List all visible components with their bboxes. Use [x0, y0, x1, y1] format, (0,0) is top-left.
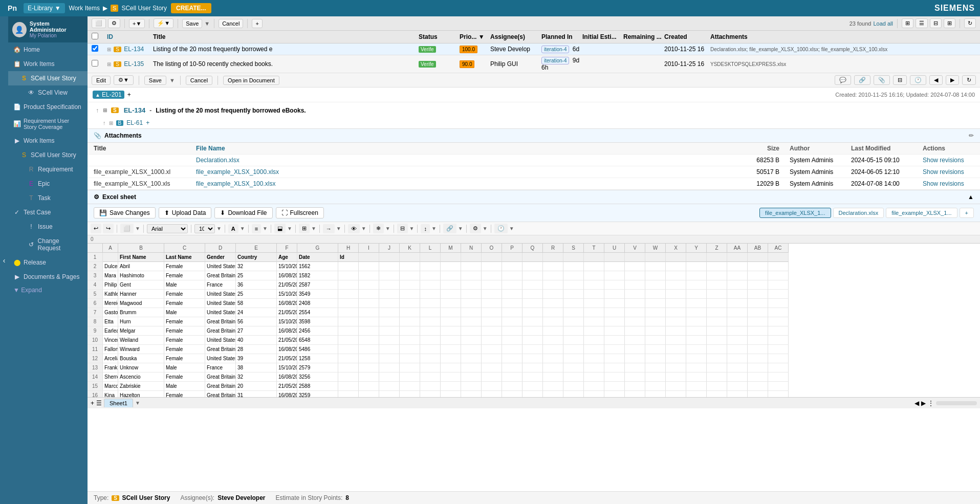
- toolbar-settings-btn[interactable]: ⚙: [108, 18, 120, 28]
- excel-tab-1[interactable]: file_example_XLSX_1...: [759, 208, 831, 218]
- view-btn[interactable]: 👁: [348, 224, 360, 233]
- upload-data-button[interactable]: ⬆ Upload Data: [159, 207, 212, 218]
- attach-file-2[interactable]: file_example_XLSX_1000.xlsx: [196, 168, 749, 176]
- toolbar-add-icon-btn[interactable]: +: [252, 19, 262, 28]
- sidebar-collapse-button[interactable]: ‹: [0, 16, 8, 504]
- sidebar-item-documents[interactable]: ▶ Documents & Pages: [8, 270, 88, 284]
- nav-prev-btn[interactable]: ◀: [929, 75, 943, 85]
- save-changes-button[interactable]: 💾 Save Changes: [94, 207, 156, 218]
- sheet-nav-right[interactable]: ▶: [921, 400, 926, 407]
- filter-btn[interactable]: ⊟: [893, 75, 907, 85]
- table-row[interactable]: ⊞ S EL-135 The listing of 10-50 recently…: [88, 55, 980, 73]
- font-selector[interactable]: Arial: [147, 224, 188, 233]
- spreadsheet[interactable]: ABCDEFGHIJKLMNOPQRSTUVWXYZAAABAC1First N…: [88, 244, 980, 397]
- attachments-section-header[interactable]: 📎 Attachments ✏: [88, 128, 980, 143]
- copy-btn[interactable]: ⬜: [120, 224, 134, 233]
- excel-section-header[interactable]: ⚙ Excel sheet ▲: [88, 190, 980, 204]
- toolbar-view-btn[interactable]: ⊞: [902, 18, 913, 28]
- attach-file-3[interactable]: file_example_XLSX_100.xlsx: [196, 180, 749, 187]
- sidebar-item-work-items-2[interactable]: ▶ Work Items: [8, 134, 88, 148]
- excel-tab-2[interactable]: Declaration.xlsx: [833, 208, 884, 218]
- item-id[interactable]: EL-134: [124, 106, 146, 114]
- border-btn[interactable]: ⊞: [299, 224, 310, 233]
- requirement-coverage-icon: 📊: [13, 120, 20, 127]
- detail-save-btn[interactable]: Save: [144, 76, 166, 85]
- indent-btn[interactable]: ⊟: [397, 224, 408, 233]
- sidebar-expand[interactable]: ▼ Expand: [8, 284, 88, 296]
- sidebar-item-scell-user-story[interactable]: S SCell User Story: [8, 71, 88, 85]
- sheet-tab-1[interactable]: Sheet1: [104, 399, 133, 407]
- table-row[interactable]: ⊞ S EL-134 Listing of the 20 most freque…: [88, 43, 980, 55]
- font-size-selector[interactable]: 10: [194, 224, 215, 233]
- edit-button[interactable]: Edit: [92, 76, 111, 85]
- comment-btn[interactable]: 💬: [835, 75, 851, 85]
- link-btn[interactable]: 🔗: [854, 75, 870, 85]
- toolbar-copy-btn[interactable]: ⬜: [92, 18, 106, 28]
- fullscreen-button[interactable]: ⛶ Fullscreen: [276, 207, 324, 218]
- valign-btn[interactable]: ⬓: [274, 224, 286, 233]
- sidebar-item-change-request[interactable]: ↺ Change Request: [8, 234, 88, 255]
- excel-tab-add[interactable]: +: [960, 208, 974, 218]
- detail-sep-1: [139, 76, 139, 85]
- attach-author-2: System Adminis: [790, 168, 851, 176]
- breadcrumb-item-scell[interactable]: SCell User Story: [121, 5, 167, 12]
- row-checkbox-1[interactable]: [92, 45, 98, 52]
- freeze-btn[interactable]: ❄: [373, 224, 384, 233]
- download-file-button[interactable]: ⬇ Download File: [214, 207, 272, 218]
- toolbar-group-btn[interactable]: ⊞: [944, 18, 955, 28]
- fmt-sep-8: [319, 225, 320, 233]
- sheet-nav-more[interactable]: ⋮: [928, 400, 934, 407]
- arrow-right-btn[interactable]: →: [323, 224, 335, 233]
- nav-next-btn[interactable]: ▶: [946, 75, 959, 85]
- redo-btn[interactable]: ↪: [103, 224, 114, 233]
- load-all-link[interactable]: Load all: [873, 20, 893, 27]
- sidebar-item-requirement[interactable]: R Requirement: [8, 162, 88, 177]
- detail-settings-btn[interactable]: ⚙▼: [114, 75, 134, 85]
- sidebar-item-home[interactable]: 🏠 Home: [8, 42, 88, 57]
- excel-tab-3[interactable]: file_example_XLSX_1...: [886, 208, 957, 218]
- toolbar-save-btn[interactable]: Save: [182, 19, 202, 28]
- link-fmt-btn[interactable]: 🔗: [443, 224, 456, 233]
- sidebar-item-scell-sub[interactable]: S SCell User Story: [8, 148, 88, 162]
- attach-file-1[interactable]: Declaration.xlsx: [196, 157, 749, 164]
- toolbar-refresh-btn[interactable]: ↻: [964, 18, 976, 28]
- detail-refresh-btn[interactable]: ↻: [962, 75, 976, 85]
- sheet-nav-left[interactable]: ◀: [914, 400, 919, 407]
- select-all-checkbox[interactable]: [92, 33, 98, 39]
- sidebar-item-release[interactable]: ⬤ Release: [8, 255, 88, 270]
- row-checkbox-2[interactable]: [92, 60, 98, 67]
- row-id-2[interactable]: ⊞ S EL-135: [107, 60, 153, 68]
- excel-collapse-icon[interactable]: ▲: [968, 193, 974, 201]
- create-button[interactable]: CREATE...: [171, 3, 211, 13]
- sub-id[interactable]: EL-61: [126, 119, 143, 126]
- sidebar-item-issue[interactable]: ! Issue: [8, 220, 88, 234]
- toolbar-cancel-btn[interactable]: Cancel: [219, 19, 243, 28]
- sidebar-item-scell-view[interactable]: 👁 SCell View: [8, 85, 88, 100]
- breadcrumb-item-work-items[interactable]: Work Items: [69, 5, 100, 12]
- sidebar-item-epic[interactable]: E Epic: [8, 177, 88, 191]
- detail-cancel-btn[interactable]: Cancel: [186, 76, 212, 85]
- open-in-document-btn[interactable]: Open in Document: [223, 76, 279, 85]
- clock-btn[interactable]: 🕐: [494, 224, 508, 233]
- sidebar-item-work-items[interactable]: 📋 Work Items: [8, 57, 88, 71]
- toolbar-actions-btn[interactable]: ⚡▼: [154, 18, 173, 28]
- row-id-1[interactable]: ⊞ S EL-134: [107, 46, 153, 53]
- attachments-edit-icon[interactable]: ✏: [969, 132, 974, 139]
- bold-btn[interactable]: A: [228, 224, 238, 233]
- sort-btn[interactable]: ↕: [421, 224, 430, 233]
- toolbar-list-btn[interactable]: ☰: [916, 18, 928, 28]
- add-sheet-btn[interactable]: +: [91, 400, 94, 407]
- sheet-list-btn[interactable]: ☰: [96, 400, 102, 407]
- history-btn[interactable]: 🕐: [910, 75, 926, 85]
- sidebar-item-requirement-coverage[interactable]: 📊 Requirement User Story Coverage: [8, 114, 88, 134]
- app-menu[interactable]: E-Library ▼: [24, 3, 65, 13]
- settings-fmt-btn[interactable]: ⚙: [470, 224, 481, 233]
- sidebar-item-product-spec[interactable]: 📄 Product Specification: [8, 100, 88, 114]
- undo-btn[interactable]: ↩: [91, 224, 101, 233]
- sidebar-item-test-case[interactable]: ✓ Test Case: [8, 205, 88, 220]
- toolbar-add-btn[interactable]: +▼: [129, 19, 145, 28]
- toolbar-split-btn[interactable]: ⊟: [930, 18, 942, 28]
- sidebar-item-task[interactable]: T Task: [8, 191, 88, 205]
- attach-btn[interactable]: 📎: [874, 75, 890, 85]
- align-btn[interactable]: ≡: [252, 224, 261, 233]
